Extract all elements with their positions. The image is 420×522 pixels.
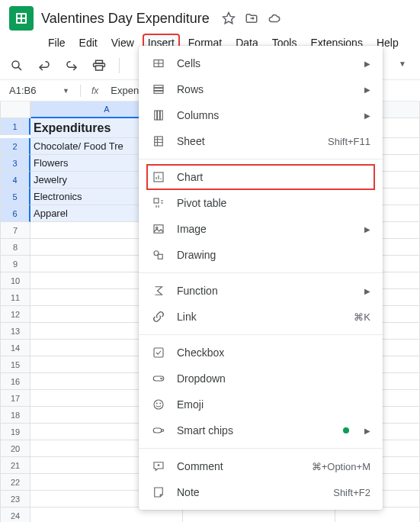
submenu-arrow-icon: ▶ <box>364 60 370 68</box>
function-icon <box>151 283 166 298</box>
undo-icon[interactable] <box>37 58 52 73</box>
pivot-icon <box>151 195 166 211</box>
checkbox-icon <box>151 345 166 360</box>
shortcut-label: Shift+F11 <box>328 136 370 147</box>
row-header[interactable]: 17 <box>0 390 30 407</box>
menu-item-smart-chips[interactable]: Smart chips▶ <box>139 417 383 443</box>
row-header[interactable]: 9 <box>0 256 30 272</box>
toolbar-more-icon[interactable]: ▼ <box>399 60 406 68</box>
menu-item-function[interactable]: Function▶ <box>139 278 383 304</box>
menu-item-label: Emoji <box>177 398 370 411</box>
submenu-arrow-icon: ▶ <box>364 85 370 94</box>
menu-item-emoji[interactable]: Emoji <box>139 392 383 417</box>
fx-label: fx <box>91 85 98 96</box>
svg-rect-12 <box>154 91 163 93</box>
image-icon <box>151 221 166 237</box>
chips-icon <box>151 423 166 438</box>
row-header[interactable]: 24 <box>0 508 30 522</box>
document-title[interactable]: Valentines Day Expenditure <box>41 11 210 27</box>
row-header[interactable]: 13 <box>0 323 30 340</box>
row-header[interactable]: 14 <box>0 340 30 356</box>
shortcut-label: Shift+F2 <box>333 487 370 498</box>
row-header[interactable]: 5 <box>0 188 30 205</box>
menu-item-image[interactable]: Image▶ <box>139 216 383 242</box>
row-header[interactable]: 2 <box>0 138 30 155</box>
menu-item-drawing[interactable]: Drawing <box>139 242 383 268</box>
menu-item-label: Smart chips <box>177 424 332 437</box>
row-header[interactable]: 1 <box>0 118 30 135</box>
menu-item-link[interactable]: Link⌘K <box>139 304 383 330</box>
svg-rect-10 <box>154 85 163 88</box>
menu-item-dropdown[interactable]: Dropdown <box>139 366 383 392</box>
menu-item-label: Checkbox <box>177 346 370 359</box>
menu-item-comment[interactable]: Comment⌘+Option+M <box>139 453 383 479</box>
row-header[interactable]: 6 <box>0 205 30 222</box>
columns-icon <box>151 108 166 123</box>
menu-item-chart[interactable]: Chart <box>146 164 375 190</box>
select-all-corner[interactable] <box>0 102 30 118</box>
sheets-app-icon[interactable] <box>9 6 34 31</box>
dropdown-icon <box>151 371 166 386</box>
svg-marker-5 <box>223 13 234 24</box>
row-header[interactable]: 22 <box>0 474 30 491</box>
row-header[interactable]: 21 <box>0 457 30 474</box>
move-icon[interactable] <box>245 11 258 25</box>
status-dot <box>343 427 349 433</box>
search-icon[interactable] <box>9 58 24 73</box>
menu-item-pivot-table[interactable]: Pivot table <box>139 190 383 216</box>
row-header[interactable]: 10 <box>0 272 30 289</box>
menu-item-label: Dropdown <box>177 372 370 385</box>
row-header[interactable]: 20 <box>0 440 30 457</box>
svg-rect-13 <box>155 111 157 120</box>
row-header[interactable]: 8 <box>0 239 30 256</box>
star-icon[interactable] <box>222 11 236 25</box>
menu-separator <box>139 159 383 160</box>
menu-item-sheet[interactable]: SheetShift+F11 <box>139 128 383 154</box>
svg-point-25 <box>154 400 163 409</box>
svg-rect-19 <box>154 225 163 234</box>
row-header[interactable]: 15 <box>0 356 30 373</box>
row-header[interactable]: 4 <box>0 172 30 188</box>
svg-rect-3 <box>18 19 21 22</box>
menu-separator <box>139 448 383 449</box>
row-header[interactable]: 23 <box>0 491 30 508</box>
insert-menu-dropdown: Cells▶Rows▶Columns▶SheetShift+F11ChartPi… <box>139 46 383 510</box>
svg-rect-18 <box>154 198 159 203</box>
cloud-icon[interactable] <box>268 11 281 25</box>
svg-rect-4 <box>22 19 25 22</box>
menu-item-label: Drawing <box>177 249 370 261</box>
note-icon <box>151 485 166 500</box>
redo-icon[interactable] <box>64 58 79 73</box>
menu-item-checkbox[interactable]: Checkbox <box>139 340 383 366</box>
row-header[interactable]: 16 <box>0 373 30 390</box>
row-header[interactable]: 19 <box>0 424 30 440</box>
svg-point-6 <box>12 61 19 68</box>
menu-item-cells[interactable]: Cells▶ <box>139 50 383 76</box>
row-header[interactable]: 18 <box>0 407 30 424</box>
row-header[interactable]: 3 <box>0 155 30 172</box>
menu-file[interactable]: File <box>43 34 71 52</box>
menu-item-label: Function <box>177 285 354 297</box>
shortcut-label: ⌘K <box>354 311 370 323</box>
name-box[interactable]: A1:B6 <box>6 83 52 98</box>
emoji-icon <box>151 397 166 412</box>
svg-rect-28 <box>153 428 162 433</box>
row-header[interactable]: 12 <box>0 306 30 323</box>
menu-view[interactable]: View <box>106 34 139 52</box>
menu-item-columns[interactable]: Columns▶ <box>139 102 383 128</box>
chevron-down-icon[interactable]: ▼ <box>63 87 69 95</box>
toolbar-divider <box>119 58 120 73</box>
svg-point-26 <box>156 403 157 404</box>
row-header[interactable]: 11 <box>0 289 30 306</box>
svg-point-29 <box>162 430 164 432</box>
submenu-arrow-icon: ▶ <box>364 111 370 120</box>
row-header[interactable]: 7 <box>0 222 30 239</box>
menu-edit[interactable]: Edit <box>74 34 103 52</box>
submenu-arrow-icon: ▶ <box>364 427 370 435</box>
menu-item-note[interactable]: NoteShift+F2 <box>139 479 383 505</box>
menu-item-label: Comment <box>177 460 301 472</box>
print-icon[interactable] <box>91 58 107 73</box>
shortcut-label: ⌘+Option+M <box>312 461 370 472</box>
menu-item-rows[interactable]: Rows▶ <box>139 76 383 102</box>
menu-item-label: Link <box>177 311 343 323</box>
